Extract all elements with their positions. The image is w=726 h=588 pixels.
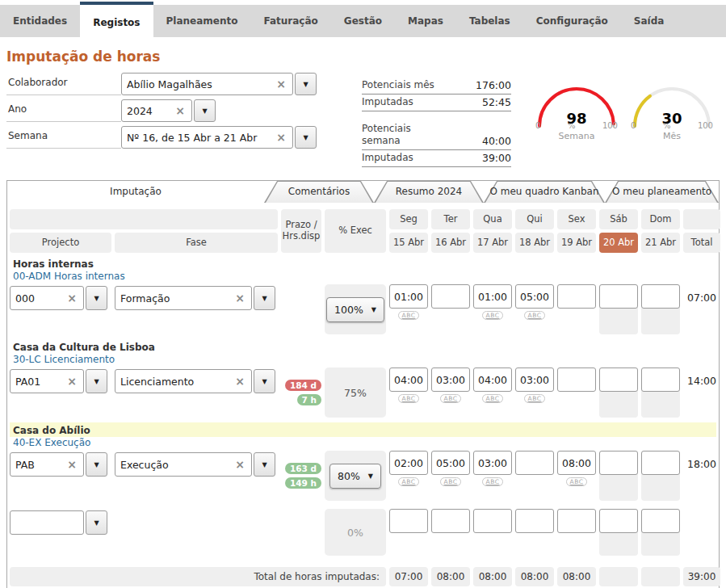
chevron-down-icon[interactable]: ▼ [254, 369, 275, 393]
tab-resumo-2024[interactable]: Resumo 2024 [374, 181, 484, 203]
clear-icon[interactable]: × [65, 375, 78, 388]
semana-label: Semana [6, 126, 121, 149]
time-input-seg[interactable] [389, 509, 428, 533]
clear-icon[interactable]: × [174, 104, 187, 117]
project-link[interactable]: 00-ADM Horas internas [10, 271, 716, 284]
inner-tabs: Imputação Comentários Resumo 2024 O meu … [7, 181, 719, 203]
nav-tab-registos[interactable]: Registos [80, 2, 153, 37]
time-input-sab[interactable] [599, 284, 638, 309]
ano-value: 2024 [127, 105, 174, 117]
nav-tab-label: Registos [93, 17, 140, 28]
time-input-dom[interactable] [641, 451, 680, 475]
time-input-sab[interactable] [599, 451, 638, 475]
projecto-input[interactable]: PA01 × [10, 369, 84, 393]
client-name: Horas internas [10, 256, 716, 271]
tab-imputacao[interactable]: Imputação [7, 181, 264, 203]
colaborador-input[interactable]: Abílio Magalhães × [121, 73, 293, 95]
project-link[interactable]: 40-EX Execução [10, 437, 716, 451]
time-input-qui[interactable] [515, 509, 554, 533]
time-input-seg[interactable] [389, 368, 428, 392]
exec-value: 75% [344, 387, 367, 399]
header-date-20-today: 20 Abr [599, 233, 638, 253]
time-input-seg[interactable] [389, 284, 428, 309]
time-input-qui[interactable] [515, 368, 554, 392]
project-link[interactable]: 30-LC Licenciamento [10, 354, 716, 368]
time-input-qua[interactable] [473, 509, 512, 533]
time-input-seg[interactable] [389, 451, 428, 475]
total-dom [641, 567, 680, 586]
nav-tab-tabelas[interactable]: Tabelas [456, 5, 523, 37]
fase-input[interactable]: Execução × [115, 452, 252, 477]
fase-input[interactable]: Formação × [115, 286, 252, 310]
clear-icon[interactable]: × [233, 292, 246, 304]
time-input-qua[interactable] [473, 368, 512, 392]
chevron-down-icon[interactable]: ▼ [86, 369, 107, 393]
time-input-qua[interactable] [473, 284, 512, 309]
nav-tab-faturacao[interactable]: Faturação [250, 5, 330, 37]
chevron-down-icon[interactable]: ▼ [86, 510, 107, 535]
day-cell-ter: ABC [431, 451, 470, 501]
clear-icon[interactable]: × [65, 292, 78, 304]
semana-input[interactable]: Nº 16, de 15 Abr a 21 Abr × [121, 126, 293, 149]
time-input-dom[interactable] [641, 284, 680, 309]
fase-value: Execução [120, 459, 233, 471]
stat-label: Potenciais mês [362, 79, 434, 91]
time-input-sab[interactable] [599, 509, 638, 533]
time-input-qua[interactable] [473, 451, 512, 475]
time-input-ter[interactable] [431, 284, 470, 309]
tab-quadro-kanban[interactable]: O meu quadro Kanban [484, 181, 605, 203]
time-input-qui[interactable] [515, 451, 554, 475]
clear-icon[interactable]: × [233, 375, 246, 388]
time-input-dom[interactable] [641, 509, 680, 533]
exec-dropdown[interactable]: 80% ▼ [329, 464, 381, 489]
chevron-down-icon[interactable]: ▼ [254, 452, 275, 477]
nav-tab-saida[interactable]: Saída [621, 5, 678, 37]
chevron-down-icon[interactable]: ▼ [295, 126, 317, 149]
time-input-sex[interactable] [557, 368, 596, 392]
projecto-input[interactable]: PAB × [10, 452, 84, 477]
time-input-qui[interactable] [515, 284, 554, 309]
clear-icon[interactable]: × [275, 78, 287, 90]
chevron-down-icon[interactable]: ▼ [194, 99, 216, 122]
exec-dropdown[interactable]: 100% ▼ [326, 297, 384, 322]
nav-tab-configuracao[interactable]: Configuração [523, 5, 621, 37]
header-prazo: Prazo / Hrs.disp [281, 209, 321, 253]
time-input-dom[interactable] [641, 368, 680, 392]
header-exec: % Exec [325, 209, 386, 253]
projecto-input[interactable]: 000 × [10, 286, 84, 310]
time-input-sex[interactable] [557, 451, 596, 475]
chevron-down-icon[interactable]: ▼ [86, 452, 107, 477]
time-input-sab[interactable] [599, 368, 638, 392]
gauge-value: 30 [624, 110, 720, 127]
tab-comentarios[interactable]: Comentários [264, 181, 374, 203]
fase-combo: Execução × ▼ [115, 451, 278, 501]
chevron-down-icon[interactable]: ▼ [254, 286, 275, 310]
chevron-down-icon[interactable]: ▼ [86, 286, 107, 310]
hours-badge: 7 h [297, 394, 321, 405]
nav-tab-mapas[interactable]: Mapas [395, 5, 456, 37]
ano-input[interactable]: 2024 × [121, 99, 192, 122]
timesheet-header: Prazo / Hrs.disp % Exec Seg Ter Qua Qui … [10, 209, 716, 253]
time-input-ter[interactable] [431, 451, 470, 475]
row-total: 07:00 [683, 284, 720, 334]
day-cell-sex [557, 509, 596, 556]
time-input-ter[interactable] [431, 368, 470, 392]
clear-icon[interactable]: × [233, 458, 246, 471]
filters: Colaborador Abílio Magalhães × ▼ Ano 202… [6, 73, 317, 167]
panel-wrap: Imputação Comentários Resumo 2024 O meu … [6, 180, 720, 588]
clear-icon[interactable]: × [275, 131, 287, 144]
nav-tab-gestao[interactable]: Gestão [331, 5, 395, 37]
fase-input[interactable]: Licenciamento × [115, 369, 252, 393]
time-input-ter[interactable] [431, 509, 470, 533]
chevron-down-icon[interactable]: ▼ [295, 73, 317, 95]
clear-icon[interactable]: × [65, 458, 78, 471]
time-input-sex[interactable] [557, 509, 596, 533]
time-input-sex[interactable] [557, 284, 596, 309]
top-navigation: Entidades Registos Planeamento Faturação… [0, 5, 726, 37]
tab-planeamento[interactable]: O meu planeamento [605, 181, 719, 203]
projecto-input-empty[interactable] [10, 510, 84, 535]
section-horas-internas: Horas internas 00-ADM Horas internas 000… [10, 256, 716, 334]
stat-value: 39:00 [482, 152, 511, 164]
nav-tab-entidades[interactable]: Entidades [0, 5, 80, 37]
nav-tab-planeamento[interactable]: Planeamento [153, 5, 251, 37]
